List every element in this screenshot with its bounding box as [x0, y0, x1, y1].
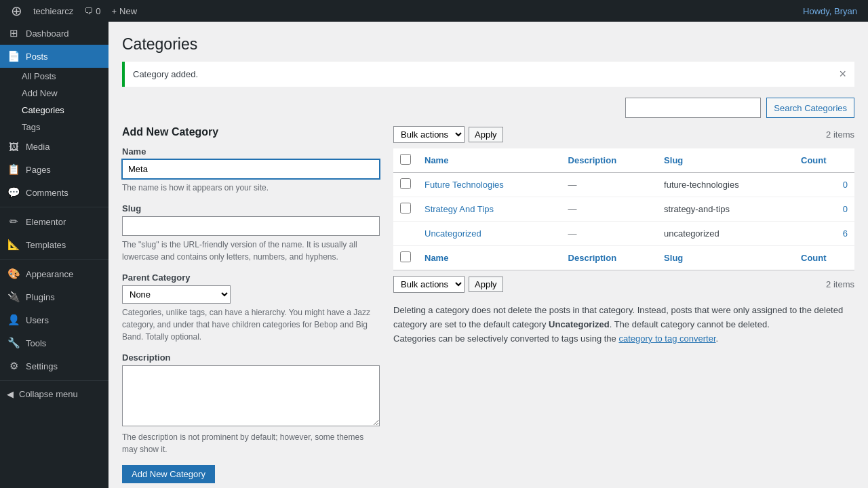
- notice-close-button[interactable]: ×: [839, 67, 846, 81]
- appearance-icon: 🎨: [7, 268, 20, 280]
- cat-link-strategy[interactable]: Strategy And Tips: [425, 204, 494, 214]
- sidebar-item-posts[interactable]: 📄 Posts: [0, 45, 108, 68]
- th-name[interactable]: Name: [418, 148, 561, 173]
- sidebar-sub-add-new[interactable]: Add New: [22, 85, 108, 102]
- description-textarea[interactable]: [122, 365, 380, 426]
- sidebar-label-templates: Templates: [26, 240, 66, 250]
- th-slug[interactable]: Slug: [657, 148, 794, 173]
- slug-group: Slug The "slug" is the URL-friendly vers…: [122, 203, 380, 263]
- site-name[interactable]: techiearcz: [28, 0, 79, 22]
- sidebar-item-users[interactable]: 👤 Users: [0, 308, 108, 331]
- collapse-menu-item[interactable]: ◀ Collapse menu: [0, 384, 108, 405]
- count-link-uncategorized[interactable]: 6: [843, 228, 848, 239]
- table-area: Bulk actions Delete Apply 2 items: [393, 126, 854, 483]
- table-footer-row: Name Description Slug Count: [393, 246, 854, 270]
- th-description[interactable]: Description: [561, 148, 658, 173]
- sidebar-item-dashboard[interactable]: ⊞ Dashboard: [0, 22, 108, 45]
- categories-table: Name Description Slug Count Futu: [393, 148, 854, 270]
- collapse-label: Collapse menu: [19, 389, 78, 399]
- cat-link-uncategorized[interactable]: Uncategorized: [425, 228, 481, 239]
- comments-icon: 💬: [7, 186, 20, 199]
- sidebar-label-dashboard: Dashboard: [26, 28, 69, 39]
- bottom-bulk-bar-left: Bulk actions Delete Apply: [393, 276, 503, 293]
- parent-group: Parent Category None Categories, unlike …: [122, 272, 380, 343]
- select-all-checkbox[interactable]: [400, 154, 411, 165]
- sidebar-item-tools[interactable]: 🔧 Tools: [0, 331, 108, 354]
- footer-note: Deleting a category does not delete the …: [393, 304, 854, 346]
- wp-logo-icon[interactable]: ⊕: [5, 3, 28, 19]
- row-checkbox-future[interactable]: [400, 178, 411, 189]
- sidebar-item-elementor[interactable]: ✏ Elementor: [0, 210, 108, 233]
- top-bulk-bar-left: Bulk actions Delete Apply: [393, 126, 503, 143]
- th-slug-bottom[interactable]: Slug: [657, 246, 794, 270]
- cat-link-future[interactable]: Future Technologies: [425, 180, 504, 190]
- new-item[interactable]: + New: [106, 0, 142, 22]
- table-header: Name Description Slug Count: [393, 148, 854, 173]
- comments-icon-item[interactable]: 🗨 0: [79, 0, 106, 22]
- sidebar-item-settings[interactable]: ⚙ Settings: [0, 354, 108, 378]
- bottom-bulk-actions-select[interactable]: Bulk actions Delete: [393, 276, 465, 293]
- td-count-uncategorized: 6: [794, 222, 854, 246]
- td-slug-strategy: strategy-and-tips: [657, 197, 794, 222]
- main-content: Categories Category added. × Search Cate…: [108, 22, 868, 488]
- th-name-bottom[interactable]: Name: [418, 246, 561, 270]
- top-bulk-actions-select[interactable]: Bulk actions Delete: [393, 126, 465, 143]
- users-icon: 👤: [7, 314, 20, 326]
- th-count-bottom[interactable]: Count: [794, 246, 854, 270]
- td-count-strategy: 0: [794, 197, 854, 222]
- category-to-tag-converter-link[interactable]: category to tag converter: [618, 333, 715, 344]
- name-label: Name: [122, 146, 380, 157]
- add-category-form: Add New Category Name The name is how it…: [122, 126, 380, 483]
- sidebar-sub-tags[interactable]: Tags: [22, 119, 108, 136]
- items-count-top: 2 items: [826, 129, 854, 140]
- count-link-future[interactable]: 0: [843, 180, 848, 190]
- sidebar-menu: ⊞ Dashboard 📄 Posts All Posts Add New Ca…: [0, 22, 108, 381]
- select-all-checkbox-bottom[interactable]: [400, 251, 411, 262]
- tools-icon: 🔧: [7, 337, 20, 349]
- sidebar-item-comments[interactable]: 💬 Comments: [0, 181, 108, 204]
- add-category-button[interactable]: Add New Category: [122, 465, 215, 483]
- sidebar-item-plugins[interactable]: 🔌 Plugins: [0, 285, 108, 308]
- th-count[interactable]: Count: [794, 148, 854, 173]
- content-area: Add New Category Name The name is how it…: [122, 126, 854, 483]
- search-categories-button[interactable]: Search Categories: [766, 98, 854, 118]
- sidebar-item-media[interactable]: 🖼 Media: [0, 136, 108, 158]
- footer-paragraph-2: Categories can be selectively converted …: [393, 332, 854, 346]
- sidebar-item-pages[interactable]: 📋 Pages: [0, 158, 108, 181]
- settings-icon: ⚙: [7, 360, 20, 372]
- sidebar-label-users: Users: [26, 315, 49, 325]
- howdy-text: Howdy, Bryan: [803, 6, 857, 16]
- items-count-bottom: 2 items: [826, 279, 854, 289]
- th-checkbox-bottom: [393, 246, 418, 270]
- footer-bold: Uncategorized: [549, 319, 610, 329]
- sidebar-item-appearance[interactable]: 🎨 Appearance: [0, 262, 108, 285]
- pages-icon: 📋: [7, 163, 20, 176]
- posts-icon: 📄: [7, 50, 20, 62]
- top-apply-button[interactable]: Apply: [469, 127, 503, 142]
- th-description-bottom[interactable]: Description: [561, 246, 658, 270]
- footer-text-2: . The default category cannot be deleted…: [610, 319, 770, 329]
- comment-bubble-icon: 🗨: [84, 6, 93, 16]
- row-checkbox-strategy[interactable]: [400, 203, 411, 214]
- parent-select[interactable]: None: [122, 285, 231, 304]
- slug-help: The "slug" is the URL-friendly version o…: [122, 239, 380, 263]
- sidebar-sub-all-posts[interactable]: All Posts: [22, 68, 108, 85]
- sidebar-label-pages: Pages: [26, 165, 51, 175]
- sidebar-sub-categories[interactable]: Categories: [22, 102, 108, 119]
- search-input[interactable]: [625, 98, 761, 118]
- sidebar-label-posts: Posts: [26, 52, 48, 62]
- count-link-strategy[interactable]: 0: [843, 204, 848, 214]
- sidebar-item-templates[interactable]: 📐 Templates: [0, 233, 108, 256]
- table-row: Strategy And Tips — strategy-and-tips 0: [393, 197, 854, 222]
- td-desc-strategy: —: [561, 197, 658, 222]
- description-label: Description: [122, 352, 380, 363]
- td-slug-uncategorized: uncategorized: [657, 222, 794, 246]
- plugins-icon: 🔌: [7, 291, 20, 303]
- footer-text-4: .: [716, 333, 719, 344]
- bottom-apply-button[interactable]: Apply: [469, 277, 503, 292]
- slug-input[interactable]: [122, 216, 380, 236]
- top-bar-right: Howdy, Bryan: [797, 6, 863, 16]
- td-desc-future: —: [561, 173, 658, 197]
- name-input[interactable]: [122, 159, 380, 179]
- name-group: Name The name is how it appears on your …: [122, 146, 380, 194]
